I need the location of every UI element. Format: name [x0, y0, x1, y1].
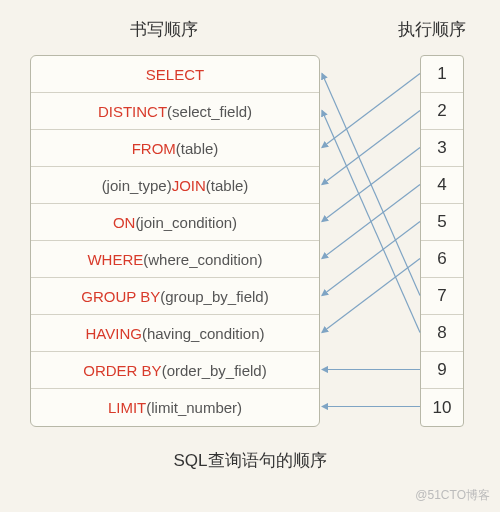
write-order-item: DISTINCT (select_field)	[31, 93, 319, 130]
exec-order-item: 7	[421, 278, 463, 315]
svg-line-6	[322, 74, 420, 296]
sql-keyword: WHERE	[87, 251, 143, 268]
sql-keyword: JOIN	[172, 177, 206, 194]
diagram-caption: SQL查询语句的顺序	[0, 449, 500, 472]
exec-order-item: 9	[421, 352, 463, 389]
right-column-header: 执行顺序	[398, 18, 466, 41]
sql-keyword: ORDER BY	[83, 362, 161, 379]
write-order-item: LIMIT (limit_number)	[31, 389, 319, 426]
connector-arrows	[320, 55, 420, 425]
exec-order-item: 5	[421, 204, 463, 241]
exec-order-column: 12345678910	[420, 55, 464, 427]
exec-order-item: 1	[421, 56, 463, 93]
exec-order-item: 8	[421, 315, 463, 352]
left-column-header: 书写顺序	[130, 18, 198, 41]
write-order-item: ORDER BY (order_by_field)	[31, 352, 319, 389]
diagram-root: 书写顺序 执行顺序 SELECTDISTINCT (select_field)F…	[0, 0, 500, 512]
write-order-item: HAVING (having_condition)	[31, 315, 319, 352]
exec-order-item: 4	[421, 167, 463, 204]
exec-order-item: 2	[421, 93, 463, 130]
svg-line-3	[322, 185, 420, 259]
sql-keyword: DISTINCT	[98, 103, 167, 120]
sql-keyword: SELECT	[146, 66, 204, 83]
svg-line-1	[322, 111, 420, 185]
write-order-item: WHERE (where_condition)	[31, 241, 319, 278]
write-order-item: GROUP BY (group_by_field)	[31, 278, 319, 315]
svg-line-7	[322, 111, 420, 333]
exec-order-item: 10	[421, 389, 463, 426]
svg-line-5	[322, 259, 420, 333]
sql-keyword: GROUP BY	[81, 288, 160, 305]
svg-line-2	[322, 148, 420, 222]
svg-line-4	[322, 222, 420, 296]
svg-line-0	[322, 74, 420, 148]
write-order-column: SELECTDISTINCT (select_field)FROM (table…	[30, 55, 320, 427]
write-order-item: ON (join_condition)	[31, 204, 319, 241]
exec-order-item: 6	[421, 241, 463, 278]
exec-order-item: 3	[421, 130, 463, 167]
sql-keyword: ON	[113, 214, 136, 231]
sql-keyword: HAVING	[86, 325, 142, 342]
watermark-text: @51CTO博客	[415, 487, 490, 504]
sql-keyword: FROM	[132, 140, 176, 157]
write-order-item: SELECT	[31, 56, 319, 93]
write-order-item: (join_type) JOIN (table)	[31, 167, 319, 204]
write-order-item: FROM (table)	[31, 130, 319, 167]
sql-keyword: LIMIT	[108, 399, 146, 416]
